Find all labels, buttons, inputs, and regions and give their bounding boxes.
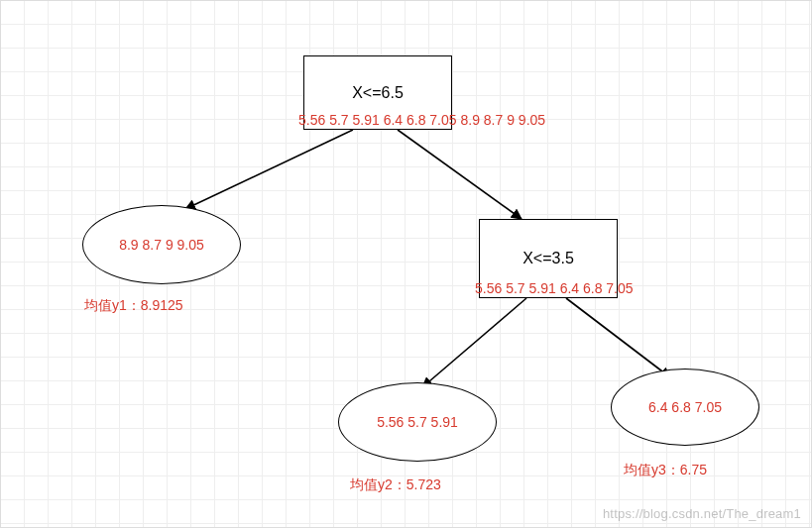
leaf3-mean: 均值y3：6.75 [624, 462, 707, 479]
root-values: 5.56 5.7 5.91 6.4 6.8 7.05 8.9 8.7 9 9.0… [298, 112, 545, 128]
watermark-text: https://blog.csdn.net/The_dream1 [603, 506, 801, 521]
svg-line-1 [398, 130, 522, 219]
leaf2-values: 5.56 5.7 5.91 [377, 414, 458, 430]
leaf3-values: 6.4 6.8 7.05 [648, 399, 722, 415]
leaf2-mean: 均值y2：5.723 [350, 476, 441, 494]
root-condition: X<=6.5 [352, 84, 404, 102]
svg-line-3 [566, 298, 670, 377]
left-leaf-values: 8.9 8.7 9 9.05 [119, 237, 204, 253]
left-leaf-mean: 均值y1：8.9125 [84, 297, 183, 315]
leaf3-node: 6.4 6.8 7.05 [611, 369, 759, 446]
svg-line-0 [185, 130, 353, 209]
right-node-condition: X<=3.5 [522, 250, 574, 267]
leaf2-node: 5.56 5.7 5.91 [338, 382, 497, 462]
right-node-values: 5.56 5.7 5.91 6.4 6.8 7.05 [475, 280, 634, 296]
svg-line-2 [422, 298, 526, 387]
left-leaf-node: 8.9 8.7 9 9.05 [82, 205, 241, 284]
